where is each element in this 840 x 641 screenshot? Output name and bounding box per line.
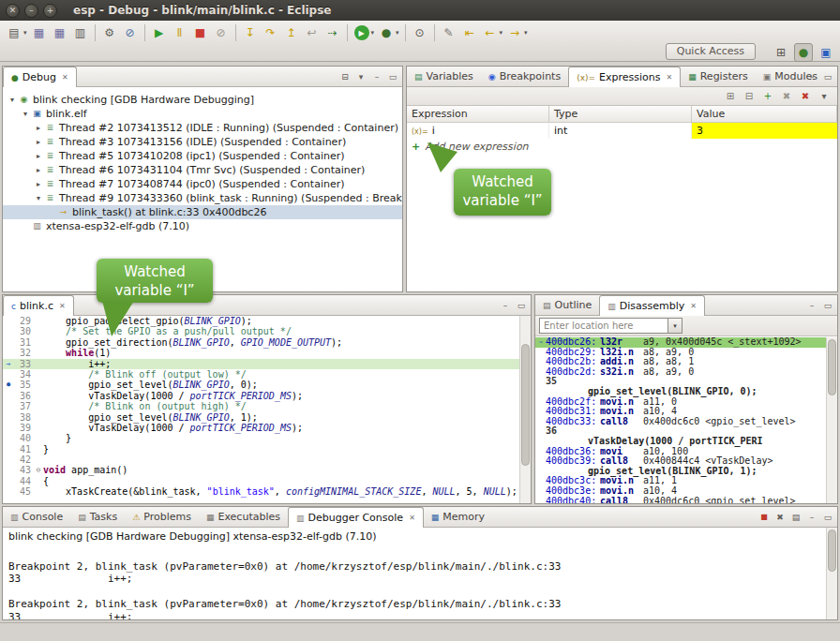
debug-icon[interactable]: ● [377, 23, 396, 42]
disassembly-line[interactable]: →400dbc26:l32ra9, 0x400d045c <_stext+109… [535, 337, 826, 348]
debug-tree-item[interactable]: →blink_task() at blink.c:33 0x400dbc26 [3, 205, 402, 219]
close-tab-icon[interactable]: ✕ [59, 302, 66, 310]
cpp-perspective-button[interactable]: ▣ [817, 43, 835, 62]
step-return-icon[interactable]: ↥ [282, 23, 301, 42]
debug-tree-item[interactable]: ▸≣Thread #5 1073410208 (ipc1) (Suspended… [3, 149, 402, 163]
column-header-value[interactable]: Value [692, 106, 837, 122]
terminate-icon[interactable]: ■ [191, 23, 210, 42]
code-line[interactable]: 34 /* Blink off (output low) */ [3, 369, 519, 380]
tab-debugger-console[interactable]: ▥Debugger Console✕ [288, 507, 424, 528]
step-into-icon[interactable]: ↧ [241, 23, 260, 42]
close-tab-icon[interactable]: ✕ [62, 73, 68, 82]
add-expression-row[interactable]: +Add new expression [407, 139, 837, 155]
tab-registers[interactable]: ▦Registers [681, 67, 756, 86]
code-line[interactable]: 42 [3, 455, 519, 465]
expand-arrow-icon[interactable]: ▸ [33, 149, 44, 163]
build-icon[interactable]: ⚙ [100, 23, 119, 42]
view-menu-icon[interactable]: ▾ [816, 88, 832, 104]
maximize-button[interactable]: ▭ [820, 510, 835, 525]
maximize-button[interactable]: ▭ [385, 69, 400, 84]
column-header-expression[interactable]: Expression [407, 106, 549, 122]
expand-arrow-icon[interactable]: ▸ [33, 163, 44, 177]
step-over-icon[interactable]: ↷ [262, 23, 280, 42]
expand-arrow-icon[interactable]: ▸ [33, 121, 44, 135]
code-line[interactable]: 40 } [3, 433, 519, 443]
code-line[interactable]: ●35 gpio_set_level(BLINK_GPIO, 0); [3, 380, 519, 390]
tab-memory[interactable]: ▦Memory [424, 507, 492, 527]
debug-tree-item[interactable]: ▸≣Thread #6 1073431104 (Tmr Svc) (Suspen… [3, 163, 402, 177]
suspend-icon[interactable]: Ⅱ [171, 23, 189, 42]
save-icon[interactable]: ▦ [30, 23, 49, 42]
remove-all-expressions-icon[interactable]: ✖ [797, 88, 814, 104]
debug-tree-item[interactable]: ▸≣Thread #2 1073413512 (IDLE : Running) … [3, 121, 402, 135]
terminate-icon[interactable]: ■ [757, 510, 772, 525]
code-line[interactable]: →33 i++; [3, 359, 519, 369]
window-maximize-button[interactable]: + [43, 4, 57, 18]
location-dropdown-icon[interactable]: ▾ [668, 318, 682, 334]
console-vertical-scrollbar[interactable] [826, 528, 837, 619]
debug-tree-item[interactable]: ▸≣Thread #7 1073408744 (ipc0) (Suspended… [3, 177, 402, 191]
instruction-stepping-icon[interactable]: ⇢ [323, 23, 342, 42]
tab-executables[interactable]: ▦Executables [199, 507, 288, 527]
add-expression-icon[interactable]: + [759, 88, 776, 104]
debug-perspective-button[interactable]: ● [794, 43, 813, 62]
resume-icon[interactable]: ▶ [150, 23, 169, 42]
run-icon-caret[interactable]: ▾ [371, 29, 375, 37]
disassembly-line[interactable]: 400dbc40:call80x400dc6c0 <gpio_set_level… [535, 497, 826, 504]
editor-code-area[interactable]: 29 gpio_pad_select_gpio(BLINK_GPIO);30 /… [3, 316, 519, 503]
code-line[interactable]: 29 gpio_pad_select_gpio(BLINK_GPIO); [3, 316, 519, 326]
window-minimize-button[interactable]: – [24, 4, 38, 18]
debug-tree-item[interactable]: ▾◉blink checking [GDB Hardware Debugging… [3, 93, 402, 107]
collapse-arrow-icon[interactable]: ▾ [20, 107, 31, 121]
back-icon-caret[interactable]: ▾ [500, 29, 503, 37]
tab-expressions[interactable]: (x)=Expressions✕ [568, 67, 681, 87]
close-tab-icon[interactable]: ✕ [667, 73, 673, 82]
expression-row[interactable]: (x)=iint3 [407, 123, 837, 139]
tab-problems[interactable]: ⚠Problems [125, 507, 199, 527]
console-output[interactable]: Breakpoint 2, blink_task (pvParameter=0x… [3, 545, 826, 619]
disconnect-icon[interactable]: ⊘ [212, 23, 231, 42]
save-all-icon[interactable]: ▦ [51, 23, 69, 42]
scrollbar-thumb[interactable] [828, 339, 836, 395]
drop-to-frame-icon[interactable]: ↩ [303, 23, 322, 42]
forward-icon[interactable]: → [505, 23, 524, 42]
collapse-all-icon[interactable]: ⊟ [741, 88, 758, 104]
window-titlebar[interactable]: ✕ – + esp - Debug - blink/main/blink.c -… [0, 0, 840, 21]
disassembly-line[interactable]: 400dbc3e:movi.na10, 4 [535, 486, 826, 497]
close-tab-icon[interactable]: ✕ [690, 302, 697, 310]
code-line[interactable]: 36 vTaskDelay(1000 / portTICK_PERIOD_MS)… [3, 391, 519, 401]
code-line[interactable]: 37 /* Blink on (output high) */ [3, 401, 519, 411]
disassembly-source-line[interactable]: gpio_set_level(BLINK_GPIO, 0); [535, 387, 826, 397]
open-perspective-icon[interactable]: ⊞ [772, 43, 790, 62]
tab-console[interactable]: ▥Console [3, 507, 70, 527]
minimize-button[interactable]: – [804, 69, 819, 84]
minimize-button[interactable]: – [369, 69, 384, 84]
print-icon[interactable]: ▥ [71, 23, 90, 42]
code-line[interactable]: 39 vTaskDelay(1000 / portTICK_PERIOD_MS)… [3, 423, 519, 433]
run-icon[interactable]: ▶ [354, 25, 369, 40]
debug-icon-caret[interactable]: ▾ [396, 29, 399, 37]
tab-tasks[interactable]: ▤Tasks [70, 507, 125, 527]
collapse-arrow-icon[interactable]: ▾ [7, 93, 18, 107]
tab-blink-c[interactable]: cblink.c✕ [3, 295, 74, 316]
clear-console-icon[interactable]: ▤ [788, 510, 803, 525]
debug-tree-item[interactable]: ▸≣Thread #3 1073413156 (IDLE) (Suspended… [3, 135, 402, 149]
tab-breakpoints[interactable]: ◉Breakpoints [481, 67, 568, 86]
search-icon[interactable]: ⊙ [411, 23, 429, 42]
close-tab-icon[interactable]: ✕ [409, 514, 415, 522]
disassembly-vertical-scrollbar[interactable] [826, 337, 837, 503]
skip-breakpoints-icon[interactable]: ⊘ [121, 23, 140, 42]
disassembly-line[interactable]: 400dbc2d:s32i.na8, a9, 0 [535, 367, 826, 378]
debug-tree-item[interactable]: ▾▣blink.elf [3, 107, 402, 121]
view-menu-icon[interactable]: ▾ [353, 69, 368, 84]
last-edit-location-icon[interactable]: ⇤ [460, 23, 479, 42]
editor-vertical-scrollbar[interactable] [519, 316, 531, 503]
collapse-arrow-icon[interactable]: ▾ [33, 191, 44, 205]
maximize-button[interactable]: ▭ [820, 69, 835, 84]
code-line[interactable]: 43⊖void app_main() [3, 465, 519, 475]
add-expression-icon[interactable]: + [412, 141, 420, 153]
minimize-button[interactable]: – [498, 298, 513, 313]
disassembly-line[interactable]: 400dbc33:call80x400dc6c0 <gpio_set_level… [535, 417, 826, 427]
debug-tree-item[interactable]: ▾≣Thread #9 1073433360 (blink_task : Run… [3, 191, 402, 205]
code-line[interactable]: 38 gpio_set_level(BLINK_GPIO, 1); [3, 412, 519, 423]
